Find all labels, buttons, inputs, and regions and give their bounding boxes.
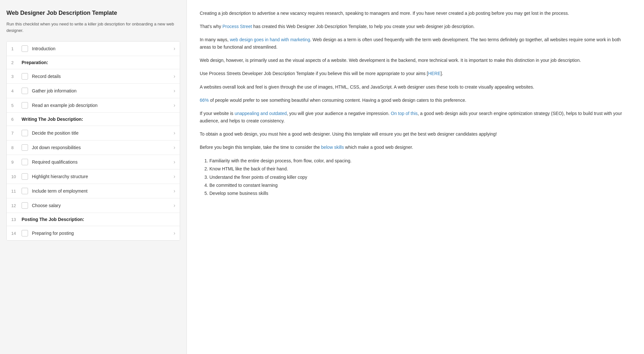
item-number: 6 (11, 117, 18, 122)
chevron-icon: › (174, 203, 175, 208)
panel-subtitle: Run this checklist when you need to writ… (6, 21, 180, 33)
checklist-item-11[interactable]: 11 Include term of employment › (7, 184, 180, 198)
checklist-item-8[interactable]: 8 Jot down responsibilities › (7, 140, 180, 155)
item-label-3: Record details (32, 74, 171, 79)
checklist-item-4[interactable]: 4 Gather job information › (7, 84, 180, 98)
checklist-item-10[interactable]: 10 Highlight hierarchy structure › (7, 169, 180, 184)
list-item: Know HTML like the back of their hand. (209, 165, 631, 173)
item-number: 8 (11, 145, 18, 150)
checklist-item-12[interactable]: 12 Choose salary › (7, 198, 180, 213)
skills-list: Familiarity with the entire design proce… (209, 157, 631, 197)
item-label-1: Introduction (32, 46, 171, 51)
item-number: 14 (11, 231, 18, 236)
item-checkbox-14[interactable] (22, 230, 28, 236)
checklist-item-3[interactable]: 3 Record details › (7, 69, 180, 84)
section-13: 13 Posting The Job Description: (7, 213, 180, 226)
section-6: 6 Writing The Job Description: (7, 113, 180, 126)
item-checkbox-5[interactable] (22, 102, 28, 109)
section-label: Preparation: (22, 60, 175, 65)
item-number: 5 (11, 103, 18, 108)
content-link[interactable]: below skills (321, 145, 344, 150)
item-checkbox-1[interactable] (22, 45, 28, 52)
item-label-4: Gather job information (32, 88, 171, 93)
chevron-icon: › (174, 145, 175, 150)
item-checkbox-7[interactable] (22, 130, 28, 136)
checklist-item-5[interactable]: 5 Read an example job description › (7, 98, 180, 113)
content-link[interactable]: web design goes in hand with marketing (230, 37, 310, 42)
content-link[interactable]: Process Street (222, 24, 252, 29)
paragraph-p5: Use Process Streets Developer Job Descri… (200, 70, 631, 77)
list-item: Be committed to constant learning (209, 181, 631, 189)
item-checkbox-3[interactable] (22, 73, 28, 80)
chevron-icon: › (174, 230, 175, 236)
chevron-icon: › (174, 88, 175, 94)
checklist-item-14[interactable]: 14 Preparing for posting › (7, 226, 180, 240)
paragraph-p10: Before you begin this template, take the… (200, 144, 631, 151)
item-checkbox-9[interactable] (22, 159, 28, 165)
item-label-11: Include term of employment (32, 188, 171, 194)
left-panel: Web Designer Job Description Template Ru… (0, 0, 187, 354)
item-checkbox-8[interactable] (22, 144, 28, 151)
chevron-icon: › (174, 102, 175, 108)
paragraph-p7: 66% of people would prefer to see someth… (200, 97, 631, 104)
checklist-item-7[interactable]: 7 Decide the position title › (7, 126, 180, 140)
item-checkbox-10[interactable] (22, 173, 28, 180)
chevron-icon: › (174, 174, 175, 179)
checklist: 1 Introduction › 2 Preparation: 3 Record… (6, 41, 180, 241)
chevron-icon: › (174, 188, 175, 194)
checklist-item-1[interactable]: 1 Introduction › (7, 42, 180, 56)
item-label-9: Required qualifications (32, 159, 171, 165)
item-checkbox-12[interactable] (22, 202, 28, 209)
content-link[interactable]: HERE (428, 71, 441, 76)
paragraph-p2: That's why Process Street has created th… (200, 23, 631, 30)
item-number: 7 (11, 131, 18, 136)
item-label-10: Highlight hierarchy structure (32, 174, 171, 179)
section-label: Posting The Job Description: (22, 217, 175, 222)
panel-title: Web Designer Job Description Template (6, 10, 180, 16)
item-label-7: Decide the position title (32, 130, 171, 136)
item-number: 12 (11, 203, 18, 208)
paragraph-p3: In many ways, web design goes in hand wi… (200, 36, 631, 51)
item-number: 2 (11, 60, 18, 65)
list-item: Develop some business skills (209, 189, 631, 197)
list-item: Understand the finer points of creating … (209, 173, 631, 181)
item-number: 1 (11, 46, 18, 51)
checklist-item-9[interactable]: 9 Required qualifications › (7, 155, 180, 169)
chevron-icon: › (174, 46, 175, 52)
content-link[interactable]: 66% (200, 98, 209, 103)
section-2: 2 Preparation: (7, 56, 180, 69)
chevron-icon: › (174, 159, 175, 165)
paragraph-p9: To obtain a good web design, you must hi… (200, 130, 631, 138)
item-label-12: Choose salary (32, 203, 171, 208)
chevron-icon: › (174, 73, 175, 79)
item-checkbox-4[interactable] (22, 88, 28, 94)
section-label: Writing The Job Description: (22, 117, 175, 122)
paragraph-p4: Web design, however, is primarily used a… (200, 57, 631, 64)
item-number: 4 (11, 89, 18, 93)
paragraph-p1: Creating a job description to advertise … (200, 10, 631, 17)
paragraph-p8: If your website is unappealing and outda… (200, 110, 631, 125)
item-number: 3 (11, 74, 18, 79)
item-number: 13 (11, 217, 18, 222)
item-label-14: Preparing for posting (32, 231, 171, 236)
paragraph-p6: A websites overall look and feel is give… (200, 83, 631, 91)
item-number: 9 (11, 160, 18, 165)
content-link[interactable]: unappealing and outdated (235, 111, 287, 116)
list-item: Familiarity with the entire design proce… (209, 157, 631, 165)
item-number: 11 (11, 189, 18, 194)
item-number: 10 (11, 174, 18, 179)
item-label-5: Read an example job description (32, 103, 171, 108)
content-link[interactable]: On top of this (391, 111, 418, 116)
right-panel: Creating a job description to advertise … (187, 0, 644, 354)
item-label-8: Jot down responsibilities (32, 145, 171, 150)
chevron-icon: › (174, 130, 175, 136)
item-checkbox-11[interactable] (22, 188, 28, 194)
